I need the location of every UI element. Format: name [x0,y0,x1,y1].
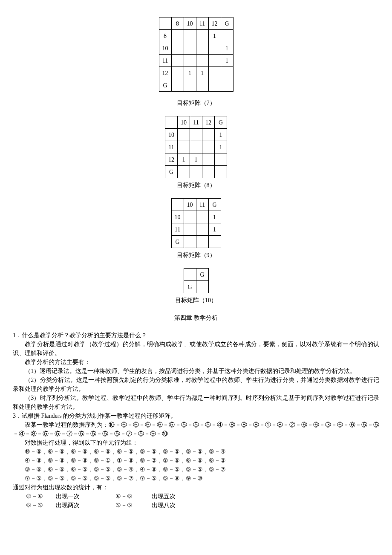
table-row: G [184,281,208,293]
cell: 11 [159,55,171,67]
cell: G [159,79,171,92]
cell [178,129,190,141]
freq-count: 出现五次 [152,492,194,501]
table-row: G [184,269,208,281]
paragraph: （1）逐语记录法。这是一种将教师、学生的发言，按品词进行分类，并基于这种分类进行… [13,367,379,376]
matrix-9-caption: 目标矩阵（9） [177,251,216,260]
cell [221,30,233,42]
paragraph: 教学分析的方法主要有： [13,358,379,367]
cell [196,211,208,223]
cell [202,166,215,178]
group-line: ⑦－⑤，⑤－⑤，⑤－⑤，⑤－⑤，⑤－⑦，⑦－⑤，⑤－⑨，⑨－⑩ [13,474,379,483]
table-row: G [159,79,233,92]
cell [184,55,196,67]
cell [184,236,196,248]
cell: 11 [196,17,208,30]
cell [208,55,221,67]
cell: G [196,269,208,281]
cell [171,42,184,55]
matrix-9: 10 11 G 10 1 11 1 G [171,198,221,248]
cell [196,55,208,67]
cell [196,42,208,55]
freq-pair: ⑥－⑥ [115,492,152,501]
cell: 1 [208,223,221,236]
cell: 10 [178,116,190,129]
freq-pair: ⑥－⑤ [13,501,56,510]
table-row: 10 1 [165,129,227,141]
cell [208,236,221,248]
cell [171,30,184,42]
matrix-10: G G [184,268,209,293]
cell: 12 [208,17,221,30]
cell: 10 [165,129,178,141]
table-row: 10 11 12 G [165,116,227,129]
cell: 11 [190,116,202,129]
cell: 1 [178,153,190,166]
freq-count: 出现两次 [56,501,115,510]
cell: 1 [190,153,202,166]
cell [190,141,202,153]
cell: 10 [171,211,184,223]
cell: 11 [171,223,184,236]
cell [196,30,208,42]
cell: 10 [159,42,171,55]
cell: G [215,116,227,129]
cell: G [208,199,221,211]
matrix-10-block: G G 目标矩阵（10） [13,268,379,305]
cell: 1 [215,129,227,141]
table-row: G [171,236,221,248]
cell [184,223,196,236]
cell: 11 [165,141,178,153]
freq-row: ⑩－⑥ 出现一次 ⑥－⑥ 出现五次 [13,492,379,501]
cell: 10 [184,17,196,30]
cell [171,55,184,67]
group-line: ④－⑧，⑧－⑧，⑧－⑧，⑧－①，①－⑧，⑧－②，②－⑥，⑥－⑥，⑥－③ [13,456,379,465]
cell: 1 [221,55,233,67]
paragraph: （3）时序列分析法。教学过程、教学过程中的教师、学生行为都是一种时间序列。时序列… [13,393,379,411]
table-row: 12 1 1 [165,153,227,166]
matrix-10-caption: 目标矩阵（10） [175,296,217,305]
cell [190,166,202,178]
cell [202,153,215,166]
group-line: ⑩－⑥，⑥－⑥，⑥－⑥，⑥－⑥，⑥－⑤，⑤－⑤，⑤－⑤，⑤－⑤，⑤－④ [13,447,379,456]
cell: 1 [215,141,227,153]
matrix-7: 8 10 11 12 G 8 1 10 1 11 1 [159,17,233,92]
matrix-9-block: 10 11 G 10 1 11 1 G 目标矩阵（9） [13,198,379,260]
matrix-7-caption: 目标矩阵（7） [177,98,216,107]
paragraph: 教学分析是通过对教学（教学过程）的分解，明确构成教学、或使教学成立的各种成分，要… [13,340,379,358]
matrix-8: 10 11 12 G 10 1 11 1 12 1 1 G [165,116,227,178]
cell [171,67,184,79]
cell: G [165,166,178,178]
table-row: 11 1 [171,223,221,236]
freq-count: 出现一次 [56,492,115,501]
table-row: 10 1 [159,42,233,55]
cell [184,42,196,55]
question-1: 1．什么是教学分析？教学分析的主要方法是什么？ [13,331,379,340]
chapter-title: 第四章 教学分析 [13,313,379,322]
question-3: 3．试根据 Flanders 的分类方法制作某一教学过程的迁移矩阵。 [13,411,379,420]
cell [171,199,184,211]
cell: G [184,281,196,293]
cell [215,153,227,166]
cell: G [171,236,184,248]
cell: 1 [221,42,233,55]
cell: 11 [196,199,208,211]
cell [221,79,233,92]
cell [202,129,215,141]
table-row: 8 10 11 12 G [159,17,233,30]
cell: 12 [202,116,215,129]
freq-row: ⑥－⑤ 出现两次 ⑤－⑤ 出现八次 [13,501,379,510]
freq-count: 出现八次 [152,501,194,510]
cell [184,79,196,92]
cell [208,67,221,79]
cell: 1 [196,67,208,79]
cell: G [221,17,233,30]
cell [208,79,221,92]
cell [196,236,208,248]
cell: 12 [159,67,171,79]
table-row: G [165,166,227,178]
cell [165,116,178,129]
matrix-8-caption: 目标矩阵（8） [177,181,216,190]
matrix-8-block: 10 11 12 G 10 1 11 1 12 1 1 G [13,116,379,190]
paragraph: 设某一教学过程的数据序列为：⑩－⑥－⑥－⑥－⑥－⑤－⑤－⑤－⑤－④－⑧－⑧－⑧－… [13,420,379,438]
